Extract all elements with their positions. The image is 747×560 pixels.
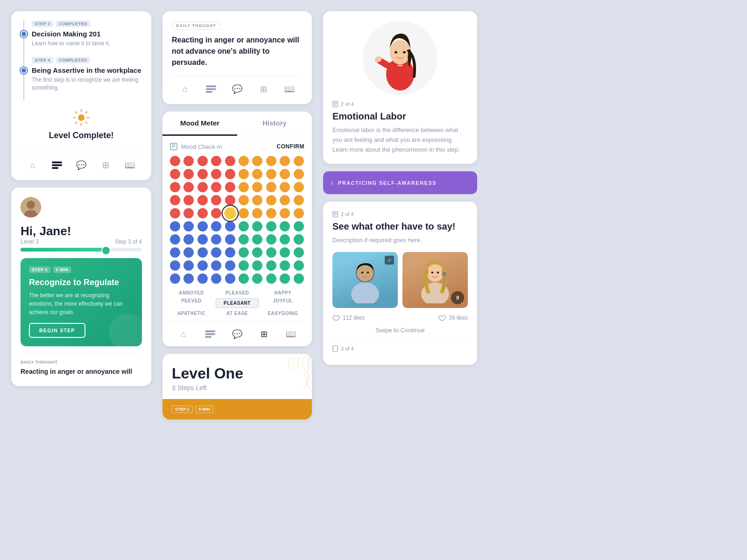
mood-dot[interactable] xyxy=(266,247,276,258)
mood-dot[interactable] xyxy=(266,156,276,166)
nav-steps-icon[interactable] xyxy=(51,160,63,171)
mood-dot[interactable] xyxy=(197,195,208,205)
mood-dot[interactable] xyxy=(170,273,180,284)
mood-dot[interactable] xyxy=(239,273,249,284)
mood-dot[interactable] xyxy=(170,221,180,231)
mood-dot[interactable] xyxy=(211,234,221,245)
mood-dot[interactable] xyxy=(197,260,208,271)
mood-dot[interactable] xyxy=(211,156,221,166)
mood-dot[interactable] xyxy=(211,221,221,231)
mood-dot[interactable] xyxy=(183,247,194,258)
mood-nav-chat[interactable]: 💬 xyxy=(232,329,243,340)
mood-nav-book[interactable]: 📖 xyxy=(285,329,296,340)
mood-label-item[interactable]: AT EASE xyxy=(216,311,259,316)
mood-dot[interactable] xyxy=(266,169,276,179)
daily-nav-book[interactable]: 📖 xyxy=(284,84,295,95)
daily-nav-steps[interactable] xyxy=(205,84,217,95)
mood-dot[interactable] xyxy=(294,247,304,258)
mood-dot[interactable] xyxy=(239,208,249,218)
mood-label-item[interactable]: APATHETIC xyxy=(170,311,213,316)
nav-chat-icon[interactable]: 💬 xyxy=(76,160,87,171)
mood-dot[interactable] xyxy=(197,234,208,245)
mood-dot[interactable] xyxy=(280,169,290,179)
mood-dot[interactable] xyxy=(294,182,304,192)
mood-dot[interactable] xyxy=(266,260,276,271)
mood-dot[interactable] xyxy=(266,273,276,284)
mood-dot[interactable] xyxy=(252,221,262,231)
tab-history[interactable]: History xyxy=(237,112,312,136)
mood-dot[interactable] xyxy=(197,169,208,179)
mood-dot[interactable] xyxy=(294,156,304,166)
mood-dot[interactable] xyxy=(211,182,221,192)
mood-dot[interactable] xyxy=(266,208,276,218)
mood-dot[interactable] xyxy=(225,273,235,284)
mood-dot[interactable] xyxy=(239,221,249,231)
mood-dot[interactable] xyxy=(266,182,276,192)
mood-dot[interactable] xyxy=(280,156,290,166)
mood-dot[interactable] xyxy=(252,182,262,192)
mood-label-item[interactable]: JOYFUL xyxy=(261,298,304,308)
mood-dot[interactable] xyxy=(280,273,290,284)
mood-dot[interactable] xyxy=(252,234,262,245)
mood-dot[interactable] xyxy=(225,221,235,231)
practicing-back-icon[interactable]: ‹ xyxy=(331,178,333,188)
mood-dot[interactable] xyxy=(225,247,235,258)
mood-dot[interactable] xyxy=(280,195,290,205)
mood-dot[interactable] xyxy=(170,195,180,205)
mood-dot[interactable] xyxy=(239,234,249,245)
daily-nav-home[interactable]: ⌂ xyxy=(179,84,190,95)
mood-label-item[interactable]: PLEASED xyxy=(216,290,259,295)
nav-home-icon[interactable]: ⌂ xyxy=(27,160,38,171)
mood-dot[interactable] xyxy=(266,195,276,205)
mood-dot[interactable] xyxy=(211,208,221,218)
mood-dot[interactable] xyxy=(280,208,290,218)
mood-label-item[interactable]: HAPPY xyxy=(261,290,304,295)
mood-dot[interactable] xyxy=(294,260,304,271)
mood-dot-grid[interactable] xyxy=(170,156,304,284)
mood-dot[interactable] xyxy=(266,221,276,231)
expand-icon-1[interactable]: ⤢ xyxy=(385,256,394,265)
daily-nav-chat[interactable]: 💬 xyxy=(232,84,243,95)
mood-dot[interactable] xyxy=(183,169,194,179)
mood-dot[interactable] xyxy=(197,156,208,166)
mood-dot[interactable] xyxy=(252,260,262,271)
mood-dot[interactable] xyxy=(183,182,194,192)
mood-label-item[interactable]: ANNOYED xyxy=(170,290,213,295)
mood-dot[interactable] xyxy=(239,169,249,179)
mood-dot[interactable] xyxy=(170,169,180,179)
mood-dot[interactable] xyxy=(294,208,304,218)
mood-dot[interactable] xyxy=(225,182,235,192)
mood-dot[interactable] xyxy=(197,273,208,284)
mood-dot[interactable] xyxy=(183,273,194,284)
mood-dot[interactable] xyxy=(280,221,290,231)
mood-dot[interactable] xyxy=(183,260,194,271)
mood-dot[interactable] xyxy=(225,195,235,205)
nav-book-icon[interactable]: 📖 xyxy=(124,160,135,171)
mood-dot[interactable] xyxy=(252,247,262,258)
mood-nav-grid[interactable]: ⊞ xyxy=(259,329,270,340)
mood-dot[interactable] xyxy=(224,207,236,219)
mood-dot[interactable] xyxy=(211,260,221,271)
confirm-button[interactable]: CONFIRM xyxy=(277,143,305,150)
mood-dot[interactable] xyxy=(170,156,180,166)
mood-dot[interactable] xyxy=(239,182,249,192)
mood-dot[interactable] xyxy=(252,169,262,179)
mood-dot[interactable] xyxy=(252,156,262,166)
mood-dot[interactable] xyxy=(266,234,276,245)
mood-dot[interactable] xyxy=(225,156,235,166)
mood-dot[interactable] xyxy=(225,169,235,179)
mood-dot[interactable] xyxy=(183,195,194,205)
mood-label-item[interactable]: EASYGOING xyxy=(261,311,304,316)
mood-dot[interactable] xyxy=(280,234,290,245)
mood-dot[interactable] xyxy=(280,247,290,258)
mood-dot[interactable] xyxy=(294,169,304,179)
mood-dot[interactable] xyxy=(197,221,208,231)
tab-mood-meter[interactable]: Mood Meter xyxy=(162,112,237,136)
mood-dot[interactable] xyxy=(294,273,304,284)
mood-dot[interactable] xyxy=(170,260,180,271)
mood-dot[interactable] xyxy=(170,234,180,245)
mood-dot[interactable] xyxy=(252,195,262,205)
mood-dot[interactable] xyxy=(183,234,194,245)
daily-nav-grid[interactable]: ⊞ xyxy=(258,84,269,95)
mood-dot[interactable] xyxy=(183,156,194,166)
